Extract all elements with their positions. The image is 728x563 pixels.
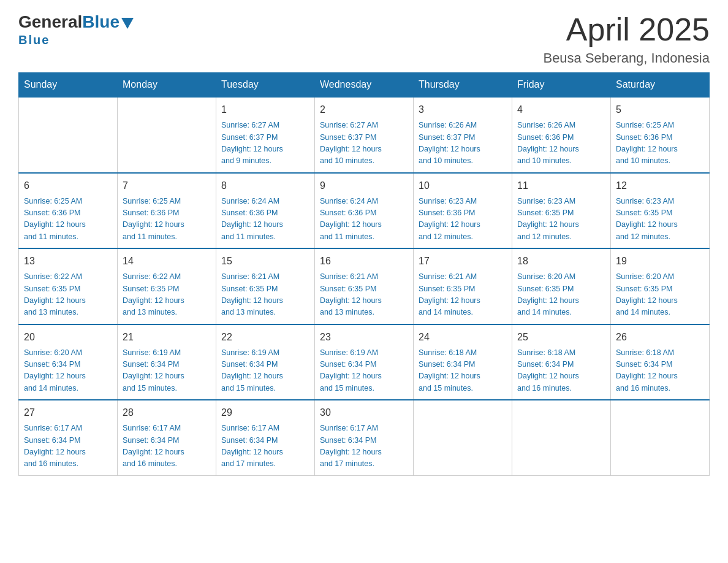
calendar-cell bbox=[611, 400, 710, 475]
day-header-saturday: Saturday bbox=[611, 73, 710, 98]
day-number: 1 bbox=[221, 102, 309, 117]
calendar-cell: 6Sunrise: 6:25 AM Sunset: 6:36 PM Daylig… bbox=[19, 173, 118, 249]
calendar-cell: 26Sunrise: 6:18 AM Sunset: 6:34 PM Dayli… bbox=[611, 324, 710, 400]
day-info: Sunrise: 6:19 AM Sunset: 6:34 PM Dayligh… bbox=[221, 347, 309, 395]
day-number: 25 bbox=[517, 330, 605, 345]
calendar-cell: 8Sunrise: 6:24 AM Sunset: 6:36 PM Daylig… bbox=[216, 173, 315, 249]
location-subtitle: Beusa Seberang, Indonesia bbox=[543, 50, 710, 66]
day-info: Sunrise: 6:21 AM Sunset: 6:35 PM Dayligh… bbox=[320, 271, 408, 319]
day-info: Sunrise: 6:22 AM Sunset: 6:35 PM Dayligh… bbox=[123, 271, 211, 319]
day-info: Sunrise: 6:21 AM Sunset: 6:35 PM Dayligh… bbox=[221, 271, 309, 319]
day-info: Sunrise: 6:24 AM Sunset: 6:36 PM Dayligh… bbox=[221, 196, 309, 243]
calendar-cell bbox=[512, 400, 611, 475]
calendar-cell: 30Sunrise: 6:17 AM Sunset: 6:34 PM Dayli… bbox=[315, 400, 414, 475]
calendar-cell: 12Sunrise: 6:23 AM Sunset: 6:35 PM Dayli… bbox=[611, 173, 710, 249]
calendar-cell: 28Sunrise: 6:17 AM Sunset: 6:34 PM Dayli… bbox=[118, 400, 216, 475]
calendar-cell: 4Sunrise: 6:26 AM Sunset: 6:36 PM Daylig… bbox=[512, 97, 611, 173]
calendar-cell: 10Sunrise: 6:23 AM Sunset: 6:36 PM Dayli… bbox=[414, 173, 512, 249]
day-number: 27 bbox=[24, 405, 112, 420]
calendar-cell bbox=[414, 400, 512, 475]
calendar-week-row: 1Sunrise: 6:27 AM Sunset: 6:37 PM Daylig… bbox=[19, 97, 710, 173]
calendar-cell: 15Sunrise: 6:21 AM Sunset: 6:35 PM Dayli… bbox=[216, 248, 315, 324]
logo: General Blue Blue bbox=[18, 12, 134, 47]
calendar-cell: 1Sunrise: 6:27 AM Sunset: 6:37 PM Daylig… bbox=[216, 97, 315, 173]
day-info: Sunrise: 6:17 AM Sunset: 6:34 PM Dayligh… bbox=[24, 423, 112, 470]
day-number: 6 bbox=[24, 178, 112, 193]
calendar-cell: 22Sunrise: 6:19 AM Sunset: 6:34 PM Dayli… bbox=[216, 324, 315, 400]
day-info: Sunrise: 6:20 AM Sunset: 6:35 PM Dayligh… bbox=[616, 271, 704, 319]
calendar-cell: 5Sunrise: 6:25 AM Sunset: 6:36 PM Daylig… bbox=[611, 97, 710, 173]
calendar-cell: 2Sunrise: 6:27 AM Sunset: 6:37 PM Daylig… bbox=[315, 97, 414, 173]
logo-underline: Blue bbox=[18, 33, 50, 47]
calendar-cell bbox=[118, 97, 216, 173]
logo-blue-text: Blue bbox=[82, 12, 119, 32]
calendar-cell: 23Sunrise: 6:19 AM Sunset: 6:34 PM Dayli… bbox=[315, 324, 414, 400]
day-info: Sunrise: 6:20 AM Sunset: 6:35 PM Dayligh… bbox=[517, 271, 605, 319]
day-number: 30 bbox=[320, 405, 408, 420]
logo-general-text: General bbox=[18, 12, 82, 32]
day-info: Sunrise: 6:23 AM Sunset: 6:35 PM Dayligh… bbox=[517, 196, 605, 243]
day-number: 19 bbox=[616, 254, 704, 269]
day-info: Sunrise: 6:23 AM Sunset: 6:36 PM Dayligh… bbox=[419, 196, 507, 243]
calendar-cell: 20Sunrise: 6:20 AM Sunset: 6:34 PM Dayli… bbox=[19, 324, 118, 400]
day-info: Sunrise: 6:17 AM Sunset: 6:34 PM Dayligh… bbox=[320, 423, 408, 470]
calendar-week-row: 27Sunrise: 6:17 AM Sunset: 6:34 PM Dayli… bbox=[19, 400, 710, 475]
day-info: Sunrise: 6:23 AM Sunset: 6:35 PM Dayligh… bbox=[616, 196, 704, 243]
day-number: 11 bbox=[517, 178, 605, 193]
calendar-week-row: 20Sunrise: 6:20 AM Sunset: 6:34 PM Dayli… bbox=[19, 324, 710, 400]
day-header-friday: Friday bbox=[512, 73, 611, 98]
calendar-cell: 24Sunrise: 6:18 AM Sunset: 6:34 PM Dayli… bbox=[414, 324, 512, 400]
day-info: Sunrise: 6:27 AM Sunset: 6:37 PM Dayligh… bbox=[320, 120, 408, 167]
day-number: 3 bbox=[419, 102, 507, 117]
day-info: Sunrise: 6:19 AM Sunset: 6:34 PM Dayligh… bbox=[123, 347, 211, 395]
day-number: 17 bbox=[419, 254, 507, 269]
calendar-cell: 21Sunrise: 6:19 AM Sunset: 6:34 PM Dayli… bbox=[118, 324, 216, 400]
day-info: Sunrise: 6:26 AM Sunset: 6:36 PM Dayligh… bbox=[517, 120, 605, 167]
calendar-cell: 11Sunrise: 6:23 AM Sunset: 6:35 PM Dayli… bbox=[512, 173, 611, 249]
day-header-sunday: Sunday bbox=[19, 73, 118, 98]
calendar-header-row: SundayMondayTuesdayWednesdayThursdayFrid… bbox=[19, 73, 710, 98]
calendar-cell: 13Sunrise: 6:22 AM Sunset: 6:35 PM Dayli… bbox=[19, 248, 118, 324]
day-number: 26 bbox=[616, 330, 704, 345]
calendar-cell: 14Sunrise: 6:22 AM Sunset: 6:35 PM Dayli… bbox=[118, 248, 216, 324]
day-info: Sunrise: 6:18 AM Sunset: 6:34 PM Dayligh… bbox=[517, 347, 605, 395]
day-header-thursday: Thursday bbox=[414, 73, 512, 98]
day-number: 10 bbox=[419, 178, 507, 193]
calendar-cell: 7Sunrise: 6:25 AM Sunset: 6:36 PM Daylig… bbox=[118, 173, 216, 249]
day-info: Sunrise: 6:25 AM Sunset: 6:36 PM Dayligh… bbox=[616, 120, 704, 167]
calendar-cell bbox=[19, 97, 118, 173]
day-number: 23 bbox=[320, 330, 408, 345]
day-info: Sunrise: 6:26 AM Sunset: 6:37 PM Dayligh… bbox=[419, 120, 507, 167]
day-info: Sunrise: 6:27 AM Sunset: 6:37 PM Dayligh… bbox=[221, 120, 309, 167]
calendar-cell: 16Sunrise: 6:21 AM Sunset: 6:35 PM Dayli… bbox=[315, 248, 414, 324]
day-number: 29 bbox=[221, 405, 309, 420]
calendar-table: SundayMondayTuesdayWednesdayThursdayFrid… bbox=[18, 72, 710, 476]
day-info: Sunrise: 6:25 AM Sunset: 6:36 PM Dayligh… bbox=[123, 196, 211, 243]
calendar-cell: 17Sunrise: 6:21 AM Sunset: 6:35 PM Dayli… bbox=[414, 248, 512, 324]
day-info: Sunrise: 6:19 AM Sunset: 6:34 PM Dayligh… bbox=[320, 347, 408, 395]
day-number: 5 bbox=[616, 102, 704, 117]
day-number: 2 bbox=[320, 102, 408, 117]
month-year-title: April 2025 bbox=[543, 12, 710, 47]
day-number: 7 bbox=[123, 178, 211, 193]
day-header-tuesday: Tuesday bbox=[216, 73, 315, 98]
calendar-week-row: 13Sunrise: 6:22 AM Sunset: 6:35 PM Dayli… bbox=[19, 248, 710, 324]
day-number: 8 bbox=[221, 178, 309, 193]
day-number: 16 bbox=[320, 254, 408, 269]
calendar-cell: 9Sunrise: 6:24 AM Sunset: 6:36 PM Daylig… bbox=[315, 173, 414, 249]
day-info: Sunrise: 6:25 AM Sunset: 6:36 PM Dayligh… bbox=[24, 196, 112, 243]
day-header-wednesday: Wednesday bbox=[315, 73, 414, 98]
day-info: Sunrise: 6:18 AM Sunset: 6:34 PM Dayligh… bbox=[616, 347, 704, 395]
day-number: 9 bbox=[320, 178, 408, 193]
day-number: 22 bbox=[221, 330, 309, 345]
day-info: Sunrise: 6:18 AM Sunset: 6:34 PM Dayligh… bbox=[419, 347, 507, 395]
day-info: Sunrise: 6:17 AM Sunset: 6:34 PM Dayligh… bbox=[221, 423, 309, 470]
day-number: 12 bbox=[616, 178, 704, 193]
day-number: 28 bbox=[123, 405, 211, 420]
day-number: 13 bbox=[24, 254, 112, 269]
calendar-cell: 25Sunrise: 6:18 AM Sunset: 6:34 PM Dayli… bbox=[512, 324, 611, 400]
day-info: Sunrise: 6:20 AM Sunset: 6:34 PM Dayligh… bbox=[24, 347, 112, 395]
day-number: 4 bbox=[517, 102, 605, 117]
day-info: Sunrise: 6:21 AM Sunset: 6:35 PM Dayligh… bbox=[419, 271, 507, 319]
day-number: 14 bbox=[123, 254, 211, 269]
